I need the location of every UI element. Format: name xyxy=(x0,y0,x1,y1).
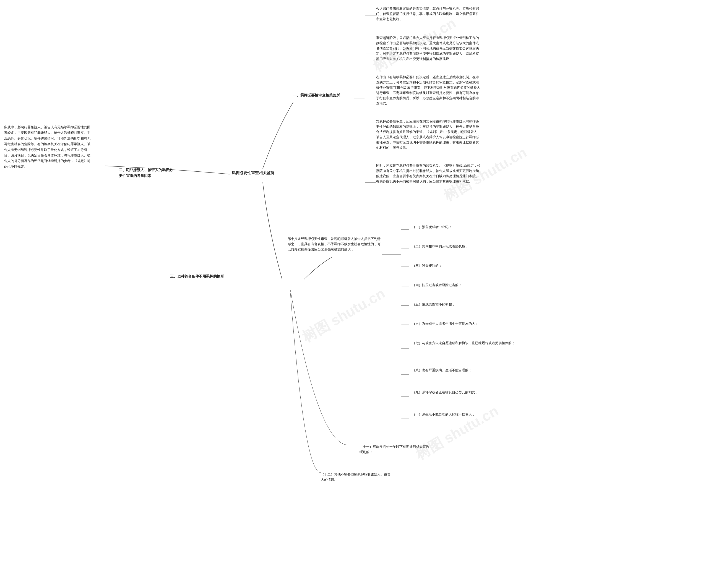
section3-node: 三、12种符合条件不用羁押的情形 xyxy=(170,274,224,279)
right-content2-text: 审查起诉阶段，公诉部门承办人应将是否有羁押必要报分管刑检工作的副检察长作出是否继… xyxy=(376,36,479,61)
list-item-2: （二）共同犯罪中的从犯或者胁从犯； xyxy=(412,244,469,249)
list-item-11: （十一）可能被判处一年以下有期徒刑或者宣告 缓刑的； xyxy=(359,439,429,455)
right-content3: 在作出《有继续羁押必要》的决定后，还应当建立后续审查机制。在审查的方式上，可考虑… xyxy=(376,75,481,106)
right-content1-text: 公诉部门要想获取案情的最真实情况，就必须与公安机关、监所检察部门、侦查监督部门实… xyxy=(376,7,479,21)
right-content5: 同时，还应建立羁押必要性审查的监督机制。《规则》第621条规定，检察院向有关办案… xyxy=(376,163,481,184)
sub-section-content: 第十八条经羁押必要性审查，发现犯罪嫌疑人被告人员书下列情形之一，且具有有官表据，… xyxy=(288,236,382,252)
right-content4: 对羁押必要性审查，还应注意在切实保障被羁押的犯罪嫌疑人对羁押必要性理由的知情权的… xyxy=(376,119,481,150)
right-content3-text: 在作出《有继续羁押必要》的决定后，还应当建立后续审查机制。在审查的方式上，可考虑… xyxy=(376,75,480,105)
list-item-7: （七）与被害方依法自愿达成和解协议，且已经履行或者提供担保的； xyxy=(412,341,515,346)
list-item-3: （三）过失犯罪的； xyxy=(412,263,442,269)
list-item-6: （六）系未成年人或者年满七十五周岁的人； xyxy=(412,321,478,327)
list-item-9: （九）系怀孕或者正在哺乳自己婴儿的妇女； xyxy=(412,390,478,395)
watermark: 树图 shutu.cn 树图 shutu.cn 树图 shutu.cn 树图 s… xyxy=(0,0,708,588)
section2-label: 二、犯罪嫌疑人、被告人的羁押必 要性审查的考量因素 xyxy=(119,168,173,178)
list-item-10: （十）系生活不能自理的人的唯一扶养人； xyxy=(412,412,475,417)
right-content2: 审查起诉阶段，公诉部门承办人应将是否有羁押必要报分管刑检工作的副检察长作出是否继… xyxy=(376,35,481,62)
section3-label: 三、12种符合条件不用羁押的情形 xyxy=(170,274,224,278)
list-item-12: （十二）其他不需要继续羁押犯罪嫌疑人、被告 人的情形。 xyxy=(321,467,390,483)
central-label: 羁押必要性审查相关监所 xyxy=(232,171,274,175)
list-item-1: （一）预备犯或者中止犯； xyxy=(412,224,452,230)
left-main-node: 实践中，影响犯罪嫌疑人、被告人有无继续羁押必要性的因素较多，主要因素有犯罪嫌疑人… xyxy=(4,124,93,169)
right-content1: 公诉部门要想获取案情的最真实情况，就必须与公安机关、监所检察部门、侦查监督部门实… xyxy=(376,6,481,22)
sub-section-text: 第十八条经羁押必要性审查，发现犯罪嫌疑人被告人员书下列情形之一，且具有有官表据，… xyxy=(288,237,381,251)
section1-label: 一、羁押必要性审查相关监所 xyxy=(293,93,340,97)
right-content4-text: 对羁押必要性审查，还应注意在切实保障被羁押的犯罪嫌疑人对羁押必要性理由的知情权的… xyxy=(376,120,480,149)
list-item-8: （八）患有严重疾病、生活不能自理的； xyxy=(412,368,472,373)
mindmap-lines xyxy=(0,0,708,588)
mindmap-container: 羁押必要性审查相关监所 实践中，影响犯罪嫌疑人、被告人有无继续羁押必要性的因素较… xyxy=(0,0,708,588)
list-item-5: （五）主观恶性较小的初犯； xyxy=(412,302,455,307)
central-node: 羁押必要性审查相关监所 xyxy=(230,170,276,176)
list-item-4: （四）防卫过当或者避险过当的； xyxy=(412,282,462,288)
section1-node: 一、羁押必要性审查相关监所 xyxy=(293,93,340,98)
left-main-text: 实践中，影响犯罪嫌疑人、被告人有无继续羁押必要性的因素较多，主要因素有犯罪嫌疑人… xyxy=(4,125,90,168)
section2-node: 二、犯罪嫌疑人、被告人的羁押必 要性审查的考量因素 xyxy=(119,167,191,179)
right-content5-text: 同时，还应建立羁押必要性审查的监督机制。《规则》第621条规定，检察院向有关办案… xyxy=(376,164,480,183)
